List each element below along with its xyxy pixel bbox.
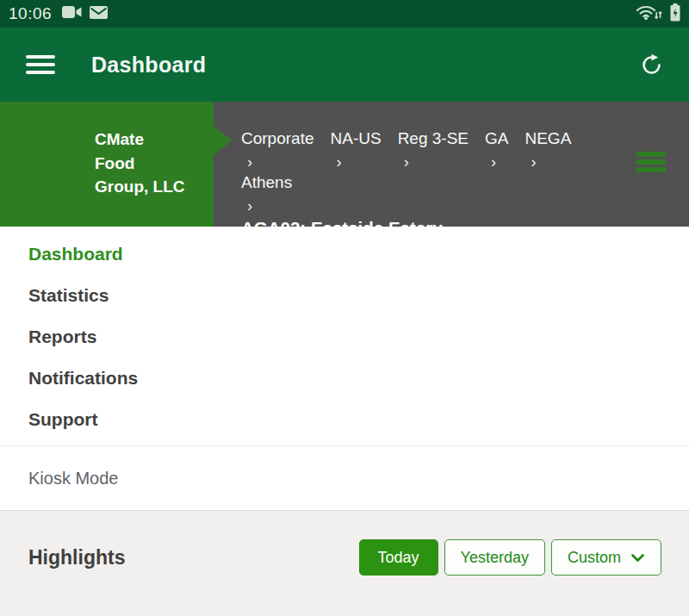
refresh-icon[interactable] — [640, 53, 663, 77]
breadcrumb-chevron: › — [525, 152, 571, 171]
highlights-header: Highlights Today Yesterday Custom — [0, 539, 689, 576]
breadcrumb-chevron: › — [485, 152, 508, 171]
nav-item-dashboard[interactable]: Dashboard — [0, 233, 689, 275]
org-menu-icon[interactable] — [636, 152, 666, 172]
date-filter-group: Today Yesterday Custom — [359, 539, 661, 576]
breadcrumb-chevron: › — [241, 196, 292, 215]
org-panel-arrow — [214, 126, 232, 155]
nav-item-support[interactable]: Support — [0, 399, 689, 440]
nav-item-statistics[interactable]: Statistics — [0, 275, 689, 316]
breadcrumb-item-na-us[interactable]: NA-US › — [331, 128, 382, 171]
video-call-icon — [62, 5, 82, 22]
organization-panel[interactable]: CMate Food Group, LLC — [0, 102, 214, 227]
nav-item-kiosk-mode[interactable]: Kiosk Mode — [0, 447, 689, 510]
org-name-line: Food — [95, 152, 214, 176]
status-bar: 10:06 — [0, 0, 689, 28]
yesterday-filter-button[interactable]: Yesterday — [444, 539, 545, 576]
breadcrumb-trail: Corporate › NA-US › Reg 3-SE › GA › NEGA — [241, 128, 637, 215]
custom-filter-button[interactable]: Custom — [551, 539, 661, 576]
app-bar: Dashboard — [0, 28, 689, 102]
page-title: Dashboard — [91, 53, 206, 78]
android-screen: 10:06 — [0, 0, 689, 616]
custom-filter-label: Custom — [568, 549, 621, 567]
breadcrumb: Corporate › NA-US › Reg 3-SE › GA › NEGA — [241, 128, 637, 239]
menu-icon[interactable] — [26, 55, 55, 74]
breadcrumb-chevron: › — [331, 152, 382, 171]
breadcrumb-item-athens[interactable]: Athens › — [241, 171, 292, 215]
today-filter-button[interactable]: Today — [359, 539, 438, 576]
nav-item-reports[interactable]: Reports — [0, 316, 689, 358]
section-title: Highlights — [28, 546, 125, 569]
battery-charging-icon — [670, 3, 680, 25]
breadcrumb-chevron: › — [398, 152, 469, 171]
chevron-down-icon — [630, 553, 645, 563]
breadcrumb-item-nega[interactable]: NEGA › — [525, 128, 571, 171]
org-name-line: Group, LLC — [95, 175, 214, 199]
nav-item-notifications[interactable]: Notifications — [0, 358, 689, 399]
breadcrumb-item-ga[interactable]: GA › — [485, 128, 508, 171]
highlights-section: Highlights Today Yesterday Custom — [0, 510, 689, 616]
notification-icons — [62, 5, 108, 22]
org-name-line: CMate — [95, 128, 214, 152]
clock: 10:06 — [9, 4, 52, 23]
breadcrumb-item-corporate[interactable]: Corporate › — [241, 128, 314, 171]
breadcrumb-item-reg-3-se[interactable]: Reg 3-SE › — [398, 128, 469, 171]
email-icon — [90, 6, 108, 22]
system-status-icons — [636, 3, 680, 25]
location-breadcrumb-band: CMate Food Group, LLC Corporate › NA-US … — [0, 102, 689, 227]
nav-menu: Dashboard Statistics Reports Notificatio… — [0, 227, 689, 446]
wifi-icon — [636, 3, 662, 24]
breadcrumb-chevron: › — [241, 152, 314, 171]
